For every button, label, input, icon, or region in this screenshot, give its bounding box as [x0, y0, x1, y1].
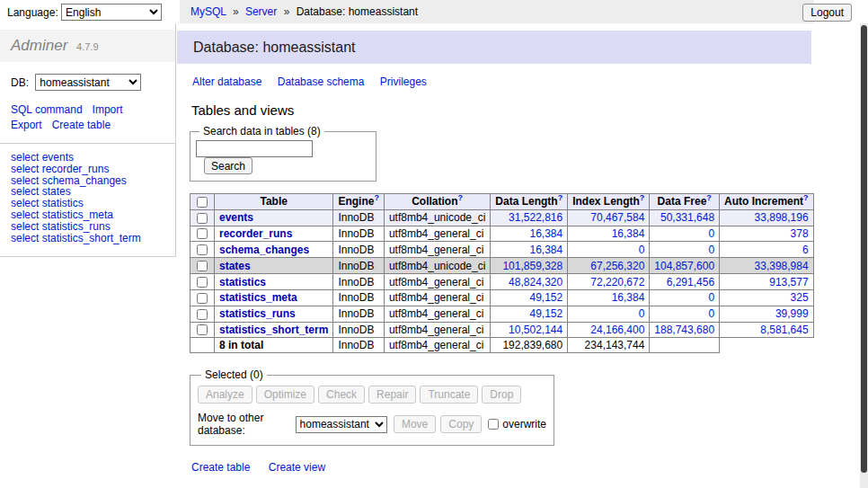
- auto-increment-link[interactable]: 8,581,645: [760, 324, 808, 336]
- table-link[interactable]: statistics_meta: [219, 291, 297, 304]
- table-link[interactable]: statistics_short_term: [219, 324, 328, 336]
- row-checkbox[interactable]: [197, 309, 208, 320]
- table-link[interactable]: events: [219, 211, 253, 224]
- auto-increment-link[interactable]: 33,898,196: [755, 211, 809, 224]
- data-length-link[interactable]: 101,859,328: [502, 260, 562, 272]
- create-view-link[interactable]: Create view: [269, 461, 325, 474]
- data-length-link[interactable]: 10,502,144: [509, 324, 562, 336]
- table-name-cell: statistics_short_term: [215, 322, 333, 338]
- logout-button[interactable]: Logout: [802, 4, 852, 22]
- column-header-table: Table: [215, 194, 333, 210]
- column-help-link[interactable]: ?: [803, 193, 809, 202]
- data-length-link[interactable]: 49,152: [529, 307, 562, 320]
- data-length-link[interactable]: 49,152: [529, 291, 562, 304]
- auto-increment-link[interactable]: 39,999: [775, 307, 809, 320]
- data-length-cell: 49,152: [491, 289, 568, 306]
- data-free-link[interactable]: 0: [708, 307, 714, 320]
- create-table-link[interactable]: Create table: [191, 461, 250, 474]
- column-help-link[interactable]: ?: [458, 193, 464, 202]
- sidebar-link-create-table[interactable]: Create table: [52, 119, 111, 131]
- column-help-link[interactable]: ?: [374, 193, 379, 202]
- repair-button[interactable]: Repair: [368, 386, 416, 404]
- sidebar-link-export[interactable]: Export: [11, 119, 42, 131]
- data-free-link[interactable]: 104,857,600: [654, 260, 714, 272]
- move-label: Move to other database:: [198, 412, 289, 437]
- row-checkbox[interactable]: [197, 293, 208, 304]
- index-length-link[interactable]: 0: [639, 244, 645, 256]
- column-help-link[interactable]: ?: [706, 193, 712, 202]
- search-button[interactable]: Search: [204, 157, 252, 174]
- index-length-link[interactable]: 16,384: [612, 227, 645, 240]
- index-length-link[interactable]: 24,166,400: [590, 324, 644, 336]
- table-link[interactable]: recorder_runs: [219, 227, 292, 240]
- row-checkbox[interactable]: [197, 261, 208, 271]
- table-link[interactable]: statistics_runs: [219, 307, 296, 320]
- totals-cell: 192,839,680: [491, 338, 568, 353]
- data-free-link[interactable]: 0: [708, 244, 714, 256]
- table-link[interactable]: states: [219, 260, 251, 272]
- data-length-link[interactable]: 48,824,320: [509, 276, 562, 288]
- language-select[interactable]: English: [61, 4, 162, 21]
- sidebar-item-statistics-runs[interactable]: select statistics_runs: [11, 221, 164, 233]
- auto-increment-link[interactable]: 325: [791, 291, 809, 304]
- auto-increment-link[interactable]: 378: [791, 227, 809, 240]
- analyze-button[interactable]: Analyze: [198, 386, 252, 404]
- sidebar-link-import[interactable]: Import: [93, 103, 123, 116]
- sidebar-item-statistics-short-term[interactable]: select statistics_short_term: [11, 233, 164, 244]
- sidebar-link-sql-command[interactable]: SQL command: [11, 103, 83, 116]
- data-free-link[interactable]: 6,291,456: [667, 276, 714, 288]
- data-length-link[interactable]: 16,384: [529, 244, 562, 256]
- data-free-link[interactable]: 0: [708, 291, 714, 304]
- index-length-cell: 16,384: [568, 226, 650, 242]
- scrollbar[interactable]: [860, 23, 868, 488]
- table-link[interactable]: statistics: [219, 276, 266, 288]
- move-database-select[interactable]: homeassistant: [296, 416, 387, 433]
- overwrite-checkbox[interactable]: [488, 419, 499, 430]
- auto-increment-link[interactable]: 33,398,984: [755, 260, 809, 272]
- index-length-link[interactable]: 16,384: [612, 291, 645, 304]
- select-all-checkbox[interactable]: [197, 197, 208, 208]
- search-input[interactable]: [196, 140, 313, 157]
- auto-increment-link[interactable]: 913,577: [769, 276, 808, 288]
- data-free-link[interactable]: 50,331,648: [660, 211, 714, 224]
- main-content: Database: homeassistant Alter database D…: [177, 23, 814, 488]
- table-row: statisticsInnoDButf8mb4_general_ci48,824…: [190, 274, 815, 290]
- app-logo: Adminer 4.7.9: [0, 30, 175, 62]
- sidebar-item-recorder-runs[interactable]: select recorder_runs: [11, 164, 164, 175]
- column-header-collation: Collation?: [384, 194, 490, 210]
- index-length-link[interactable]: 70,467,584: [590, 211, 644, 224]
- index-length-link[interactable]: 72,220,672: [590, 276, 644, 288]
- row-checkbox[interactable]: [197, 244, 208, 255]
- breadcrumb-link-server[interactable]: Server: [245, 5, 277, 18]
- data-free-link[interactable]: 0: [708, 227, 714, 240]
- data-length-link[interactable]: 31,522,816: [509, 211, 562, 224]
- table-link[interactable]: schema_changes: [219, 244, 309, 256]
- index-length-link[interactable]: 0: [639, 307, 645, 320]
- column-header-label: Data Length: [495, 195, 557, 208]
- index-length-link[interactable]: 67,256,320: [590, 260, 644, 272]
- sidebar-item-events[interactable]: select events: [11, 152, 164, 164]
- data-length-link[interactable]: 16,384: [529, 227, 562, 240]
- copy-button[interactable]: Copy: [440, 415, 482, 433]
- optimize-button[interactable]: Optimize: [256, 386, 314, 404]
- row-checkbox[interactable]: [197, 228, 208, 239]
- db-select[interactable]: homeassistant: [35, 74, 141, 91]
- truncate-button[interactable]: Truncate: [420, 386, 478, 404]
- sidebar-item-statistics-meta[interactable]: select statistics_meta: [11, 209, 164, 221]
- database-schema-link[interactable]: Database schema: [278, 75, 365, 88]
- column-help-link[interactable]: ?: [640, 193, 645, 202]
- auto-increment-link[interactable]: 6: [802, 244, 809, 256]
- move-button[interactable]: Move: [394, 415, 436, 433]
- breadcrumb-link-mysql[interactable]: MySQL: [190, 5, 226, 18]
- row-checkbox[interactable]: [197, 324, 208, 335]
- app-name: Adminer: [11, 37, 67, 54]
- privileges-link[interactable]: Privileges: [380, 75, 427, 88]
- column-help-link[interactable]: ?: [558, 193, 563, 202]
- row-checkbox[interactable]: [197, 277, 208, 288]
- drop-button[interactable]: Drop: [482, 386, 521, 404]
- check-button[interactable]: Check: [318, 386, 365, 404]
- data-free-link[interactable]: 188,743,680: [654, 324, 714, 336]
- scrollbar-thumb[interactable]: [861, 25, 867, 473]
- alter-database-link[interactable]: Alter database: [192, 75, 261, 88]
- row-checkbox[interactable]: [197, 213, 208, 224]
